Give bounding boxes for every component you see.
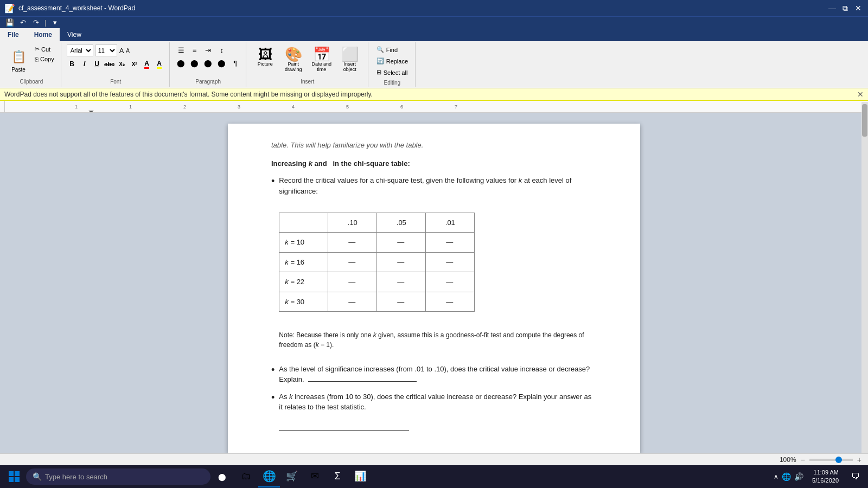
line-spacing-button[interactable]: ↕ <box>216 44 228 55</box>
subscript-button[interactable]: X₂ <box>117 59 127 69</box>
redo-quick-button[interactable]: ↷ <box>30 18 41 28</box>
find-button[interactable]: 🔍 Find <box>374 44 411 55</box>
align-right-button[interactable]: ⬤ <box>202 57 214 68</box>
svg-text:1: 1 <box>75 104 78 110</box>
paragraph-group: ☰ ≡ ⇥ ↕ ⬤ ⬤ ⬤ ⬤ ¶ Paragraph <box>171 42 246 87</box>
list-ordered-button[interactable]: ≡ <box>189 44 201 55</box>
titlebar-controls[interactable]: — ⧉ ✕ <box>827 3 864 14</box>
document-page[interactable]: table. This will help familiarize you wi… <box>228 124 640 453</box>
font-grow-button[interactable]: A <box>119 47 124 55</box>
para-settings-button[interactable]: ¶ <box>229 57 241 68</box>
table-header-001: .01 <box>426 213 475 233</box>
zoom-level-text: 100% <box>780 456 796 464</box>
table-header-empty <box>279 213 328 233</box>
svg-rect-12 <box>9 477 14 482</box>
minimize-button[interactable]: — <box>827 3 838 14</box>
italic-button[interactable]: I <box>79 59 90 69</box>
align-center-button[interactable]: ⬤ <box>189 57 201 68</box>
select-all-button[interactable]: ⊞ Select all <box>374 67 411 78</box>
close-button[interactable]: ✕ <box>853 3 864 14</box>
tab-view[interactable]: View <box>60 28 89 41</box>
cortana-button[interactable]: ⬤ <box>213 467 231 486</box>
replace-button[interactable]: 🔄 Replace <box>374 56 411 66</box>
taskbar-app-edge[interactable]: 🌐 <box>258 466 280 487</box>
bullet1-text: Record the critical values for a chi-squ… <box>279 175 597 196</box>
volume-icon[interactable]: 🔊 <box>794 472 803 481</box>
underline-button[interactable]: U <box>92 59 103 69</box>
align-justify-button[interactable]: ⬤ <box>216 57 228 68</box>
qa-menu-button[interactable]: ▾ <box>49 18 60 28</box>
chevron-up-icon[interactable]: ∧ <box>774 473 778 480</box>
taskbar-app-stats[interactable]: 📊 <box>349 466 371 487</box>
note-text: Note: Because there is only one k given,… <box>279 330 597 350</box>
page-top-text: table. This will help familiarize you wi… <box>271 140 597 151</box>
paste-button[interactable]: 📋 Paste <box>7 44 30 76</box>
notification-text: WordPad does not support all of the feat… <box>4 91 373 98</box>
cut-copy-btns: ✂ Cut ⎘ Copy <box>33 44 56 63</box>
datetime-button[interactable]: 📅 Date and time <box>308 44 335 75</box>
datetime-icon: 📅 <box>313 47 330 61</box>
app-icon: 📝 <box>4 3 15 14</box>
taskbar-search-text: Type here to search <box>45 473 107 481</box>
vertical-scrollbar[interactable] <box>861 113 868 464</box>
taskbar-app-mail[interactable]: ✉ <box>304 466 326 487</box>
taskbar-app-sigma[interactable]: Σ <box>327 466 348 487</box>
font-controls: Arial 11 A A B I U abc X₂ X² A A <box>67 44 165 69</box>
table-header-row: .10 .05 .01 <box>279 213 475 233</box>
tab-home[interactable]: Home <box>27 28 60 41</box>
tab-file[interactable]: File <box>0 28 27 41</box>
bold-button[interactable]: B <box>67 59 78 69</box>
para-controls: ☰ ≡ ⇥ ↕ ⬤ ⬤ ⬤ ⬤ ¶ <box>175 44 241 68</box>
save-quick-button[interactable]: 💾 <box>4 18 15 28</box>
taskbar-search[interactable]: 🔍 Type here to search <box>26 468 210 485</box>
font-row1: Arial 11 A A <box>67 44 165 56</box>
table-k30-010: — <box>328 292 377 312</box>
taskbar-app-store[interactable]: 🛒 <box>281 466 303 487</box>
section-heading: Increasing k and in the chi-square table… <box>271 158 597 169</box>
select-all-icon: ⊞ <box>376 69 381 76</box>
zoom-plus-icon: + <box>857 455 861 464</box>
font-color-button[interactable]: A <box>142 59 152 69</box>
taskbar-apps: 🗂 🌐 🛒 ✉ Σ 📊 <box>235 466 371 487</box>
maximize-button[interactable]: ⧉ <box>840 3 851 14</box>
zoom-minus-icon: − <box>801 455 805 464</box>
copy-button[interactable]: ⎘ Copy <box>33 55 56 63</box>
start-button[interactable] <box>4 467 24 486</box>
notification-center-button[interactable]: 🗨 <box>847 468 864 485</box>
network-icon[interactable]: 🌐 <box>782 472 791 481</box>
insert-object-button[interactable]: ⬜ Insert object <box>336 44 363 75</box>
taskbar-clock[interactable]: 11:09 AM 5/16/2020 <box>808 468 843 485</box>
font-row2: B I U abc X₂ X² A A <box>67 59 165 69</box>
superscript-button[interactable]: X² <box>129 59 140 69</box>
table-k10-010: — <box>328 233 377 253</box>
table-k22-001: — <box>426 272 475 292</box>
font-shrink-button[interactable]: A <box>126 48 130 54</box>
scrollbar-thumb[interactable] <box>862 113 867 137</box>
notification-close-button[interactable]: ✕ <box>857 90 864 99</box>
zoom-slider[interactable] <box>809 459 853 461</box>
align-left-button[interactable]: ⬤ <box>175 57 187 68</box>
taskbar: 🔍 Type here to search ⬤ 🗂 🌐 🛒 ✉ Σ 📊 ∧ 🌐 … <box>0 465 868 488</box>
indent-more-button[interactable]: ⇥ <box>202 44 214 55</box>
taskbar-app-explorer[interactable]: 🗂 <box>235 466 257 487</box>
list-unordered-button[interactable]: ☰ <box>175 44 187 55</box>
cut-button[interactable]: ✂ Cut <box>33 44 56 54</box>
font-family-select[interactable]: Arial <box>67 44 93 56</box>
object-icon: ⬜ <box>341 47 359 61</box>
zoom-slider-thumb[interactable] <box>835 457 842 463</box>
table-k30-001: — <box>426 292 475 312</box>
ruler: 1 1 2 3 4 5 6 7 <box>0 101 868 113</box>
table-k22-010: — <box>328 272 377 292</box>
table-k10-label: k = 10 <box>279 233 328 253</box>
picture-button[interactable]: 🖼 Picture <box>252 44 279 69</box>
undo-quick-button[interactable]: ↶ <box>17 18 28 28</box>
highlight-button[interactable]: A <box>154 59 165 69</box>
strikethrough-button[interactable]: abc <box>104 59 115 69</box>
copy-icon: ⎘ <box>35 56 39 62</box>
clipboard-group: 📋 Paste ✂ Cut ⎘ Copy Clipboard <box>2 42 61 87</box>
paint-drawing-button[interactable]: 🎨 Paint drawing <box>280 44 307 75</box>
bullet2-text: As the level of significance increases (… <box>279 364 597 385</box>
svg-text:3: 3 <box>238 104 240 110</box>
replace-icon: 🔄 <box>376 57 384 65</box>
font-size-select[interactable]: 11 <box>95 44 117 56</box>
